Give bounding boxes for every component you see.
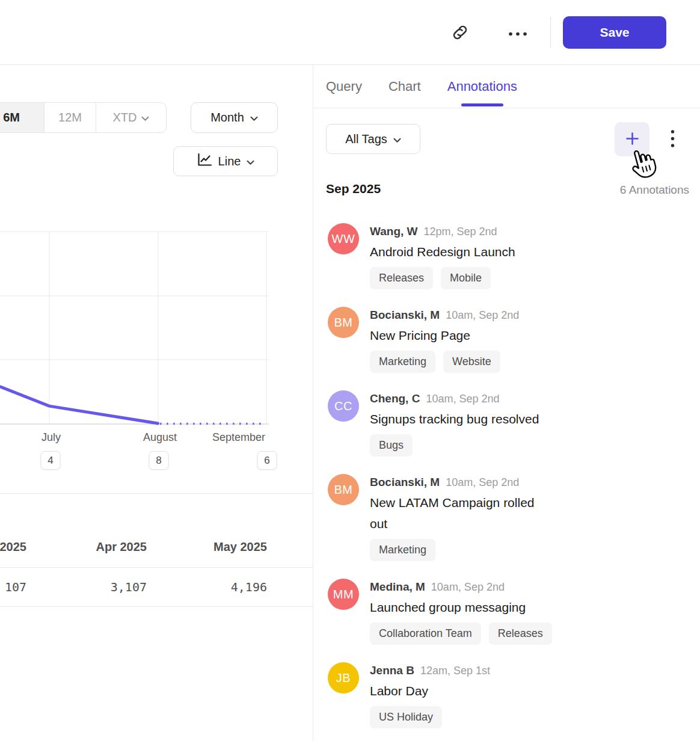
avatar: JB (328, 662, 359, 693)
plus-icon (624, 131, 640, 149)
annotation-author: Medina, M (370, 580, 425, 593)
top-toolbar: Save (0, 0, 700, 65)
avatar: BM (328, 474, 359, 505)
tag-chip[interactable]: Releases (370, 267, 433, 289)
tab-query[interactable]: Query (326, 79, 362, 94)
table-header-row: 2025Apr 2025May 2025 (0, 494, 313, 568)
annotation-item[interactable]: BMBocianski, M10am, Sep 2ndNew LATAM Cam… (328, 474, 692, 561)
annotation-timestamp: 10am, Sep 2nd (446, 476, 519, 488)
annotation-count-badge[interactable]: 6 (257, 451, 277, 470)
annotation-author: Cheng, C (370, 392, 420, 405)
table-value-cell: 107 (0, 580, 26, 594)
annotation-item[interactable]: BMBocianski, M10am, Sep 2ndNew Pricing P… (328, 307, 692, 373)
tag-chip[interactable]: Releases (489, 623, 552, 645)
annotations-panel: QueryChartAnnotations All Tags (313, 65, 700, 741)
annotation-body: Jenna B12am, Sep 1stLabor DayUS Holiday (370, 662, 490, 728)
add-annotation-button[interactable] (615, 122, 649, 156)
save-button[interactable]: Save (563, 16, 666, 49)
range-button-xtd[interactable]: XTD (96, 103, 166, 132)
x-axis-label: September (212, 431, 265, 444)
panel-tabs: QueryChartAnnotations (326, 65, 517, 108)
line-chart-icon (197, 153, 212, 170)
link-icon (451, 23, 469, 43)
tag-filter-label: All Tags (345, 132, 387, 146)
annotation-title: Signups tracking bug resolved (370, 408, 539, 429)
x-axis-label: August (143, 431, 177, 444)
line-chart-plot[interactable] (0, 229, 283, 431)
annotation-body: Medina, M10am, Sep 2ndLaunched group mes… (370, 579, 552, 645)
annotation-timestamp: 10am, Sep 2nd (426, 393, 499, 405)
annotation-count-badge[interactable]: 4 (41, 451, 61, 470)
annotation-body: Bocianski, M10am, Sep 2ndNew LATAM Campa… (370, 474, 551, 561)
x-axis-annotation-badges: 486 (0, 451, 283, 470)
annotation-title: New Pricing Page (370, 325, 519, 346)
annotation-title: Launched group messaging (370, 597, 551, 618)
chart-panel: 6M12MXTD Month Line JulyAugustSeptember … (0, 65, 313, 741)
tag-chip[interactable]: Bugs (370, 434, 413, 457)
chevron-down-icon (250, 111, 258, 125)
annotation-body: Bocianski, M10am, Sep 2ndNew Pricing Pag… (370, 307, 519, 373)
x-axis-labels: JulyAugustSeptember (0, 431, 283, 447)
annotation-item[interactable]: JBJenna B12am, Sep 1stLabor DayUS Holida… (328, 662, 692, 728)
annotation-timestamp: 12pm, Sep 2nd (424, 226, 497, 238)
annotation-tags: US Holiday (370, 706, 490, 728)
tab-annotations[interactable]: Annotations (447, 79, 517, 94)
share-link-button[interactable] (449, 22, 471, 45)
annotation-item[interactable]: CCCheng, C10am, Sep 2ndSignups tracking … (328, 390, 692, 457)
annotation-count-badge[interactable]: 8 (149, 451, 169, 470)
tag-chip[interactable]: US Holiday (370, 706, 442, 728)
date-range-segmented-control: 6M12MXTD (0, 102, 167, 133)
more-options-button[interactable] (505, 24, 530, 42)
chevron-down-icon (393, 132, 401, 146)
tag-chip[interactable]: Collaboration Team (370, 623, 481, 645)
annotation-title: Android Redesign Launch (370, 241, 515, 262)
range-button-6m[interactable]: 6M (0, 103, 45, 132)
chevron-down-icon (247, 155, 254, 168)
app-screen: Save 6M12MXTD Month Line JulyAugustSepte… (0, 0, 700, 741)
tag-chip[interactable]: Marketing (370, 539, 435, 561)
annotation-group-header: Sep 2025 6 Annotations (313, 180, 700, 200)
tag-chip[interactable]: Marketing (370, 351, 435, 373)
tab-chart[interactable]: Chart (388, 79, 421, 94)
annotation-author: Jenna B (370, 664, 414, 677)
tabbar-divider (313, 108, 700, 108)
annotation-tags: Marketing (370, 539, 551, 561)
actual-series-line (1, 387, 158, 423)
table-header-cell: 2025 (0, 540, 26, 554)
chevron-down-icon (141, 111, 149, 125)
granularity-label: Month (210, 111, 244, 125)
annotation-author: Bocianski, M (370, 476, 440, 488)
tag-chip[interactable]: Mobile (441, 267, 491, 289)
range-button-12m[interactable]: 12M (45, 103, 96, 132)
x-axis-label: July (41, 431, 61, 444)
annotation-tags: MarketingWebsite (370, 351, 519, 373)
annotation-tags: Collaboration TeamReleases (370, 623, 552, 645)
annotation-author: Wang, W (370, 225, 418, 238)
table-header-cell: May 2025 (147, 540, 267, 554)
annotation-timestamp: 10am, Sep 2nd (431, 581, 505, 593)
annotations-menu-button[interactable] (665, 122, 680, 156)
annotation-tags: Bugs (370, 434, 539, 457)
table-header-cell: Apr 2025 (26, 540, 147, 554)
active-tab-underline (461, 103, 503, 106)
annotation-title: Labor Day (370, 680, 490, 701)
annotation-timestamp: 10am, Sep 2nd (446, 309, 519, 321)
annotation-timestamp: 12am, Sep 1st (420, 665, 490, 677)
table-value-cell: 3,107 (26, 580, 147, 594)
tag-filter-dropdown[interactable]: All Tags (326, 124, 420, 154)
avatar: WW (328, 223, 359, 254)
tag-chip[interactable]: Website (443, 351, 500, 373)
chart-type-dropdown[interactable]: Line (173, 146, 278, 176)
annotation-item[interactable]: MMMedina, M10am, Sep 2ndLaunched group m… (328, 579, 692, 645)
annotation-list: WWWang, W12pm, Sep 2ndAndroid Redesign L… (328, 223, 692, 741)
more-options-icon (508, 29, 527, 38)
annotation-count: 6 Annotations (620, 183, 689, 197)
annotation-item[interactable]: WWWang, W12pm, Sep 2ndAndroid Redesign L… (328, 223, 692, 289)
table-value-cell: 4,196 (147, 580, 267, 594)
granularity-dropdown[interactable]: Month (191, 102, 278, 133)
toolbar-divider (550, 17, 551, 48)
annotation-body: Cheng, C10am, Sep 2ndSignups tracking bu… (370, 390, 539, 457)
table-value-row: 1073,1074,196 (0, 568, 313, 607)
group-title: Sep 2025 (326, 182, 381, 196)
results-table: 2025Apr 2025May 2025 1073,1074,196 (0, 493, 313, 607)
